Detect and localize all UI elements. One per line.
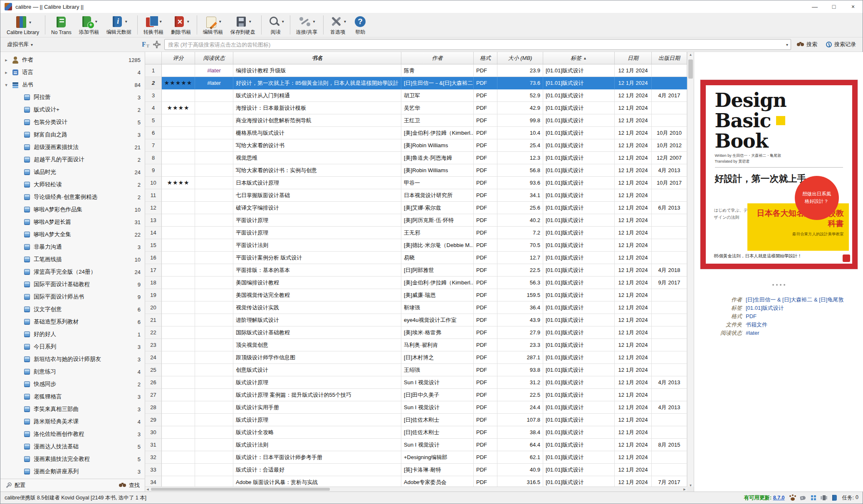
cell-title[interactable]: 顶尖视觉创意 xyxy=(233,339,401,351)
cell-size[interactable]: 10.4 xyxy=(497,127,543,139)
cell-pubdate[interactable] xyxy=(652,252,687,264)
cell-author[interactable]: [美]Robin Williams xyxy=(401,139,474,152)
tag-browser-series-item[interactable]: 新垣结衣与她的设计师朋友3 xyxy=(0,353,145,366)
cell-status[interactable] xyxy=(195,277,233,289)
cell-number[interactable]: 31 xyxy=(145,439,162,451)
minimize-button[interactable]: — xyxy=(805,0,824,13)
book-row[interactable]: 13平面设计原理[美]阿历克斯·伍·怀特PDF40.2[01.01]版式设计12… xyxy=(145,214,687,227)
cell-rating[interactable] xyxy=(162,339,195,351)
tag-browser-series-item[interactable]: 好的好人1 xyxy=(0,328,145,341)
cell-rating[interactable] xyxy=(162,139,195,152)
cell-tags[interactable]: [01.01]版式设计 xyxy=(543,202,615,214)
cell-number[interactable]: 13 xyxy=(145,214,162,227)
cell-tags[interactable]: [01.01]版式设计 xyxy=(543,114,615,127)
cell-title[interactable]: 七日掌握版面设计基础 xyxy=(233,189,401,202)
book-cover[interactable]: Design Basic Book Written by 生田信一・大森裕二・亀… xyxy=(700,80,858,269)
cell-title[interactable]: 版式设计原理 xyxy=(233,376,401,389)
cell-status[interactable] xyxy=(195,289,233,301)
cell-author[interactable]: eye4u视觉设计工作室 xyxy=(401,314,474,326)
cell-size[interactable]: 40.2 xyxy=(497,214,543,227)
cell-pubdate[interactable]: 4月 2013 xyxy=(652,376,687,389)
cell-rating[interactable] xyxy=(162,227,195,239)
cell-title[interactable]: 版式设计原理 案例篇：提升版式设计的55个技巧 xyxy=(233,389,401,401)
cell-date[interactable]: 12 1月 2024 xyxy=(615,77,652,89)
cell-size[interactable]: 7.2 xyxy=(497,227,543,239)
cell-title[interactable]: 跟顶级设计师学作信息图 xyxy=(233,351,401,364)
cell-author[interactable]: 陈青 xyxy=(401,64,474,77)
cell-rating[interactable] xyxy=(162,414,195,426)
cell-rating[interactable] xyxy=(162,389,195,401)
cell-tags[interactable]: [01.01]版式设计 xyxy=(543,401,615,414)
virtual-library-button[interactable]: 虚拟书库 ▾ xyxy=(5,39,35,50)
cell-author[interactable]: [英]卡洛琳·耐特 xyxy=(401,464,474,476)
cell-author[interactable]: 王无邪 xyxy=(401,227,474,239)
field-value[interactable]: [日]生田信一 & [日]大森裕二 & [日]龟尾敦 xyxy=(746,296,843,304)
cell-pubdate[interactable]: 6月 2013 xyxy=(652,202,687,214)
cell-date[interactable]: 12 1月 2024 xyxy=(615,364,652,376)
column-header-title[interactable]: 书名 xyxy=(233,52,401,64)
book-row[interactable]: 8视觉思维[美]鲁道夫·阿恩海姆PDF12.3[01.01]版式设计12 1月 … xyxy=(145,152,687,164)
cell-title[interactable]: 创意版式设计 xyxy=(233,364,401,376)
book-row[interactable]: 30版式设计全攻略[日]佐佐木刚士PDF38.4[01.01]版式设计12 1月… xyxy=(145,426,687,439)
cell-pubdate[interactable]: 10月 2017 xyxy=(652,177,687,189)
cell-date[interactable]: 12 1月 2024 xyxy=(615,114,652,127)
cell-status[interactable] xyxy=(195,152,233,164)
cell-number[interactable]: 16 xyxy=(145,252,162,264)
cell-status[interactable] xyxy=(195,139,233,152)
remove-books-button[interactable]: ▾删除书籍 xyxy=(167,13,195,37)
tag-browser-series-item[interactable]: 洛伦佐绘画创作教程3 xyxy=(0,428,145,440)
cell-pubdate[interactable] xyxy=(652,451,687,464)
book-row[interactable]: 9写给大家看的设计书：实例与创意[美]Robin WilliamsPDF56.8… xyxy=(145,164,687,177)
cell-date[interactable]: 12 1月 2024 xyxy=(615,102,652,114)
cell-number[interactable]: 19 xyxy=(145,289,162,301)
search-history-button[interactable]: 搜索记录 xyxy=(823,40,858,49)
add-books-button[interactable]: ▾添加书籍 xyxy=(75,13,103,37)
tag-browser-series-item[interactable]: 哆啦A梦大全集22 xyxy=(0,228,145,241)
book-row[interactable]: 27版式设计原理 案例篇：提升版式设计的55个技巧[日]田中久美子PDF22.5… xyxy=(145,389,687,401)
cell-author[interactable]: [日]佐佐木刚士 xyxy=(401,426,474,439)
calibre-library-button[interactable]: ▾Calibre Library xyxy=(3,13,43,37)
scroll-up-arrow-icon[interactable]: ▲ xyxy=(687,52,694,58)
cell-size[interactable]: 93.8 xyxy=(497,364,543,376)
cell-author[interactable]: 吴艺华 xyxy=(401,102,474,114)
book-row[interactable]: 24跟顶级设计师学作信息图[日]木村博之PDF287.1[01.01]版式设计1… xyxy=(145,351,687,364)
cell-format[interactable]: PDF xyxy=(474,351,497,364)
cell-date[interactable]: 12 1月 2024 xyxy=(615,389,652,401)
book-row[interactable]: 17平面排版：基本的基本[日]阿部雅世PDF22.5[01.01]版式设计12 … xyxy=(145,264,687,277)
cell-size[interactable]: 73.6 xyxy=(497,77,543,89)
cell-format[interactable]: PDF xyxy=(474,164,497,177)
cell-tags[interactable]: [01.01]版式设计 xyxy=(543,102,615,114)
book-row[interactable]: 18美国编排设计教程[美]金伯利·伊拉姆（Kimberl...PDF56.3[0… xyxy=(145,277,687,289)
cell-pubdate[interactable] xyxy=(652,102,687,114)
cell-tags[interactable]: [01.01]版式设计 xyxy=(543,189,615,202)
cell-date[interactable]: 12 1月 2024 xyxy=(615,127,652,139)
cell-author[interactable]: [日]阿部雅世 xyxy=(401,264,474,277)
cell-pubdate[interactable] xyxy=(652,364,687,376)
cell-number[interactable]: 4 xyxy=(145,102,162,114)
cell-author[interactable]: +Designing编辑部 xyxy=(401,451,474,464)
cell-size[interactable]: 27.9 xyxy=(497,326,543,339)
book-row[interactable]: 22国际版式设计基础教程[美]埃米·格雷弗PDF27.9[01.01]版式设计1… xyxy=(145,326,687,339)
cell-author[interactable]: 甲谷一 xyxy=(401,177,474,189)
cell-title[interactable]: 写给大家看的设计书 xyxy=(233,139,401,152)
book-row[interactable]: 4★★★★海报设计：日本最新设计模板吴艺华PDF42.9[01.01]版式设计1… xyxy=(145,102,687,114)
book-row[interactable]: 26版式设计原理Sun I 视觉设计PDF31.2[01.01]版式设计12 1… xyxy=(145,376,687,389)
column-header-rating[interactable]: 评分 xyxy=(162,52,195,64)
book-row[interactable]: 14平面设计原理王无邪PDF7.2[01.01]版式设计12 1月 2024 xyxy=(145,227,687,239)
cell-format[interactable]: PDF xyxy=(474,252,497,264)
book-row[interactable]: 28版式设计实用手册Sun I 视觉设计PDF24.4[01.01]版式设计12… xyxy=(145,401,687,414)
cell-format[interactable]: PDF xyxy=(474,376,497,389)
tag-browser-series-item[interactable]: 大师轻松读2 xyxy=(0,178,145,191)
cell-rating[interactable]: ★★★★ xyxy=(162,177,195,189)
cell-status[interactable] xyxy=(195,389,233,401)
cell-pubdate[interactable] xyxy=(652,464,687,476)
cell-format[interactable]: PDF xyxy=(474,114,497,127)
cell-status[interactable] xyxy=(195,239,233,252)
book-row[interactable]: 25创意版式设计王绍强PDF93.8[01.01]版式设计12 1月 2024 xyxy=(145,364,687,376)
tag-browser-series-item[interactable]: 超级漫画素描技法21 xyxy=(0,141,145,153)
cell-title[interactable]: 平面设计原理 xyxy=(233,214,401,227)
tag-browser-category-languages[interactable]: ▸语言4 xyxy=(0,66,145,79)
cell-date[interactable]: 12 1月 2024 xyxy=(615,451,652,464)
cell-size[interactable]: 62.1 xyxy=(497,451,543,464)
cell-date[interactable]: 12 1月 2024 xyxy=(615,339,652,351)
